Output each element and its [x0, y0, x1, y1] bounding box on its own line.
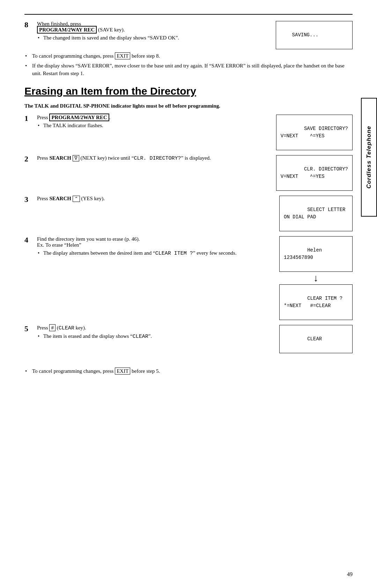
step4-display-clear: CLEAR ITEM ?*=NEXT #=CLEAR	[284, 296, 342, 308]
step2-block: 2 Press SEARCH ∇ (NEXT key) twice until …	[24, 155, 353, 191]
step2-display-box: CLR. DIRECTORY?V=NEXT ^=YES	[276, 155, 353, 191]
step4-bullet1: The display alternates between the desir…	[37, 249, 237, 257]
step4-display-top: Helen1234567890	[279, 236, 353, 272]
bottom-note: To cancel programming changes, press EXI…	[24, 367, 353, 375]
step4-block: 4 Find the directory item you want to er…	[24, 236, 353, 320]
step3-content: Press SEARCH ⌃ (YES key).	[37, 196, 105, 202]
step3-search-icon: ⌃	[73, 196, 80, 202]
step4-display-bottom: CLEAR ITEM ?*=NEXT #=CLEAR	[279, 284, 353, 320]
bottom-cancel-note: To cancel programming changes, press EXI…	[24, 367, 353, 375]
step3-display: SELECT LETTERON DIAL PAD	[279, 196, 353, 231]
step5-block: 5 Press # (CLEAR key). The item is erase…	[24, 325, 353, 353]
step1-number: 1	[24, 114, 37, 123]
step3-number: 3	[24, 195, 37, 204]
prereq-text: The TALK and DIGITAL SP-PHONE indicator …	[24, 102, 353, 110]
step2-display-text: CLR. DIRECTORY?V=NEXT ^=YES	[281, 166, 348, 179]
title-i: I	[81, 85, 84, 97]
step3-block: 3 Press SEARCH ⌃ (YES key). SELECT LETTE…	[24, 196, 353, 231]
step2-display-ref: CLR. DIRECTORY?	[134, 155, 181, 161]
error-note: If the display shows “SAVE ERROR”, move …	[24, 62, 353, 78]
step1-bullet1: The TALK indicator flashes.	[37, 122, 110, 130]
step2-number: 2	[24, 154, 37, 164]
bottom-cancel-suffix: before step 5.	[132, 368, 160, 374]
step5-content: Press # (CLEAR key). The item is erased …	[37, 325, 152, 342]
step5-display-text: CLEAR	[307, 336, 322, 342]
step1-display: SAVE DIRECTORY?V=NEXT ^=YES	[276, 115, 353, 150]
step5-clear-label: CLEAR	[59, 325, 74, 331]
step4-bullets: The display alternates between the desir…	[37, 249, 237, 257]
step8-bullets: The changed item is saved and the displa…	[37, 34, 269, 42]
step4-display-col: Helen1234567890 ↓ CLEAR ITEM ?*=NEXT #=C…	[279, 236, 353, 320]
step1-main: 1 Press PROGRAM/2WAY REC. The TALK indic…	[24, 115, 269, 131]
step4-arrow: ↓	[279, 273, 353, 284]
bottom-bullets: To cancel programming changes, press EXI…	[24, 367, 353, 375]
step1-block: 1 Press PROGRAM/2WAY REC. The TALK indic…	[24, 115, 353, 150]
step3-display-box: SELECT LETTERON DIAL PAD	[279, 196, 353, 231]
step5-display: CLEAR	[279, 325, 353, 353]
step8-block: 8 When finished, press PROGRAM/2WAY REC …	[24, 21, 353, 49]
step8-number: 8	[24, 20, 37, 29]
step4-display-helen: Helen1234567890	[284, 247, 322, 260]
step2-content: Press SEARCH ∇ (NEXT key) twice until “C…	[37, 155, 211, 161]
step4-clear-ref: CLEAR ITEM ?	[155, 251, 193, 256]
step5-bullet1: The item is erased and the display shows…	[37, 333, 152, 341]
cancel-text: To cancel programming changes, press	[32, 53, 113, 59]
step4-main: 4 Find the directory item you want to er…	[24, 236, 272, 259]
step8-key: PROGRAM/2WAY REC	[37, 26, 97, 34]
step4-left: 4 Find the directory item you want to er…	[24, 236, 279, 262]
page-number: 49	[347, 571, 353, 578]
step2-left: 2 Press SEARCH ∇ (NEXT key) twice until …	[24, 155, 276, 167]
step8-content: 8 When finished, press PROGRAM/2WAY REC …	[24, 21, 276, 46]
step4-content: Find the directory item you want to eras…	[37, 236, 237, 259]
exit-key-1: EXIT	[115, 52, 130, 59]
step1-content: Press PROGRAM/2WAY REC. The TALK indicat…	[37, 115, 110, 131]
cancel-suffix: before step 8.	[132, 53, 160, 59]
step8-text: When finished, press PROGRAM/2WAY REC (S…	[37, 21, 276, 43]
step2-search-icon: ∇	[73, 155, 79, 161]
title-d: D	[150, 85, 158, 97]
cancel-note: To cancel programming changes, press EXI…	[24, 52, 353, 60]
step2-search-label: SEARCH	[49, 155, 71, 161]
step1-key: PROGRAM/2WAY REC	[49, 114, 109, 121]
bottom-cancel-text: To cancel programming changes, press	[32, 368, 113, 374]
step5-number: 5	[24, 324, 37, 333]
sidebar: Cordless Telephone	[361, 98, 377, 217]
step1-text: Press PROGRAM/2WAY REC.	[37, 114, 110, 121]
step8-display: SAVING...	[276, 21, 353, 49]
step1-left: 1 Press PROGRAM/2WAY REC. The TALK indic…	[24, 115, 276, 134]
title-text: Erasing an Item from the Directory	[24, 85, 196, 97]
step1-bullets: The TALK indicator flashes.	[37, 122, 110, 130]
step3-left: 3 Press SEARCH ⌃ (YES key).	[24, 196, 279, 208]
step5-display-box: CLEAR	[279, 325, 353, 353]
step5-main: 5 Press # (CLEAR key). The item is erase…	[24, 325, 272, 342]
steps-section: 1 Press PROGRAM/2WAY REC. The TALK indic…	[24, 115, 353, 353]
step5-key: #	[49, 324, 56, 331]
step3-main: 3 Press SEARCH ⌃ (YES key).	[24, 196, 272, 204]
step2-display: CLR. DIRECTORY?V=NEXT ^=YES	[276, 155, 353, 191]
step4-number: 4	[24, 235, 37, 245]
step8-bullet1: The changed item is saved and the displa…	[37, 34, 269, 42]
step3-search-label: SEARCH	[49, 196, 71, 201]
step5-clear-ref: CLEAR	[133, 334, 148, 340]
exit-key-2: EXIT	[115, 368, 130, 375]
top-rule	[24, 14, 353, 15]
step5-bullets: The item is erased and the display shows…	[37, 333, 152, 341]
step1-display-line1: SAVE DIRECTORY?V=NEXT ^=YES	[281, 126, 348, 139]
step8-display-text: SAVING...	[292, 32, 319, 38]
step5-left: 5 Press # (CLEAR key). The item is erase…	[24, 325, 279, 345]
section-title: Erasing an Item from the Directory	[24, 85, 353, 97]
step8-key-suffix: (SAVE key).	[98, 27, 125, 32]
step3-display-text: SELECT LETTERON DIAL PAD	[284, 207, 345, 220]
step1-display-box: SAVE DIRECTORY?V=NEXT ^=YES	[276, 115, 353, 150]
step2-main: 2 Press SEARCH ∇ (NEXT key) twice until …	[24, 155, 269, 164]
sidebar-text: Cordless Telephone	[365, 126, 372, 189]
title-e: E	[24, 85, 31, 97]
top-bullets: To cancel programming changes, press EXI…	[24, 52, 353, 78]
step8-main: 8 When finished, press PROGRAM/2WAY REC …	[24, 21, 276, 43]
